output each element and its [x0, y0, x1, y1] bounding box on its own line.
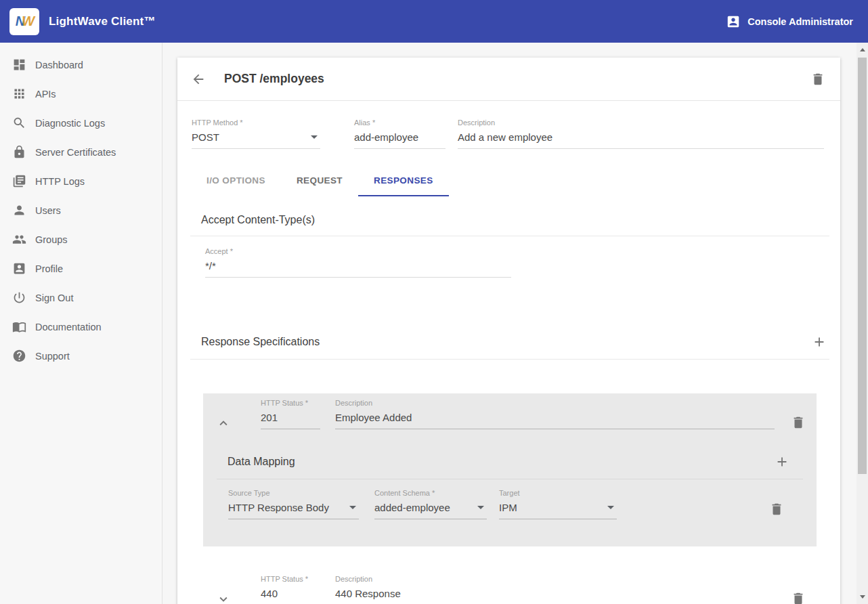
http-status-value: 201 — [261, 412, 278, 423]
sidebar-item-dashboard[interactable]: Dashboard — [0, 50, 162, 79]
endpoint-tabs: I/O OPTIONS REQUEST RESPONSES — [191, 165, 840, 196]
tab-io-options[interactable]: I/O OPTIONS — [191, 165, 281, 196]
sidebar-item-http-logs[interactable]: HTTP Logs — [0, 167, 162, 196]
sidebar-item-profile[interactable]: Profile — [0, 254, 162, 283]
sidebar-item-label: Documentation — [35, 322, 102, 332]
apps-grid-icon — [12, 87, 26, 101]
delete-response-button[interactable] — [791, 590, 806, 604]
trash-icon — [791, 591, 806, 604]
divider — [190, 236, 829, 236]
response-description-input[interactable]: Employee Added — [335, 412, 775, 429]
http-method-field: HTTP Method * POST — [192, 118, 320, 149]
http-status-input[interactable]: 440 — [261, 588, 320, 604]
triangle-down-icon — [860, 595, 865, 599]
vertical-scrollbar[interactable] — [856, 43, 868, 604]
sidebar-item-server-certificates[interactable]: Server Certificates — [0, 137, 162, 167]
account-box-icon — [12, 261, 26, 276]
target-select[interactable]: IPM — [499, 502, 617, 519]
lock-icon — [12, 145, 26, 159]
response-description-field: Description Employee Added — [335, 399, 775, 431]
sidebar-item-users[interactable]: Users — [0, 196, 162, 225]
response-description-input[interactable]: 440 Response — [335, 588, 775, 604]
app-title: LightWave Client™ — [49, 15, 156, 28]
description-value: Add a new employee — [458, 131, 552, 143]
plus-icon — [812, 335, 827, 349]
logo-letter-w: W — [22, 14, 33, 29]
accept-field: Accept * */* — [205, 247, 511, 278]
data-mapping-head: Data Mapping — [203, 431, 817, 479]
add-data-mapping-button[interactable] — [775, 454, 789, 469]
expand-response-button[interactable] — [215, 591, 232, 604]
http-method-label: HTTP Method * — [192, 118, 320, 127]
sidebar-item-documentation[interactable]: Documentation — [0, 312, 162, 341]
http-status-value: 440 — [261, 588, 278, 599]
scroll-up-arrow[interactable] — [856, 44, 868, 56]
triangle-up-icon — [860, 48, 865, 51]
scrollbar-thumb[interactable] — [858, 58, 867, 474]
logs-icon — [12, 174, 26, 188]
card-header: POST /employees — [177, 58, 840, 101]
delete-data-mapping-button[interactable] — [769, 498, 784, 519]
source-type-field: Source Type HTTP Response Body — [228, 489, 359, 519]
response-row: HTTP Status * 201 Description Employee A… — [203, 393, 817, 431]
chevron-down-icon — [477, 506, 484, 509]
sidebar-item-label: Support — [35, 351, 70, 362]
alias-value: add-employee — [354, 131, 418, 143]
spacer — [190, 278, 829, 317]
sidebar-item-apis[interactable]: APIs — [0, 79, 162, 108]
back-button[interactable] — [191, 72, 206, 87]
trash-icon — [791, 415, 806, 430]
sidebar-item-diagnostic-logs[interactable]: Diagnostic Logs — [0, 108, 162, 137]
delete-response-button[interactable] — [791, 414, 806, 431]
sidebar-item-groups[interactable]: Groups — [0, 225, 162, 254]
alias-field: Alias * add-employee — [354, 118, 446, 149]
sidebar-item-label: HTTP Logs — [35, 176, 85, 187]
http-method-value: POST — [192, 131, 219, 143]
chevron-down-icon — [607, 506, 614, 509]
alias-input[interactable]: add-employee — [354, 131, 446, 149]
sidebar-item-support[interactable]: Support — [0, 341, 162, 370]
people-icon — [12, 232, 26, 246]
main-content: POST /employees HTTP Method * POST Alias… — [162, 43, 856, 604]
endpoint-card: POST /employees HTTP Method * POST Alias… — [177, 58, 840, 604]
http-status-input[interactable]: 201 — [261, 412, 320, 429]
user-account-button[interactable]: Console Administrator — [726, 14, 853, 29]
chevron-down-icon — [216, 592, 231, 604]
book-icon — [12, 320, 26, 334]
scroll-down-arrow[interactable] — [856, 591, 868, 603]
page-title: POST /employees — [224, 72, 324, 86]
accept-label: Accept * — [205, 247, 511, 255]
description-input[interactable]: Add a new employee — [458, 131, 824, 149]
divider — [190, 359, 829, 360]
http-method-select[interactable]: POST — [192, 131, 320, 149]
sidebar-item-label: Sign Out — [35, 293, 73, 303]
add-response-button[interactable] — [812, 335, 827, 349]
content-schema-select[interactable]: added-employee — [374, 502, 487, 519]
sidebar: Dashboard APIs Diagnostic Logs Server Ce… — [0, 43, 162, 604]
trash-icon — [810, 72, 825, 87]
response-description-value: Employee Added — [335, 412, 412, 423]
accept-section-title: Accept Content-Type(s) — [201, 214, 315, 226]
http-status-field: HTTP Status * 201 — [261, 399, 320, 431]
source-type-select[interactable]: HTTP Response Body — [228, 502, 359, 519]
alias-label: Alias * — [354, 118, 446, 127]
sidebar-item-sign-out[interactable]: Sign Out — [0, 283, 162, 312]
tab-responses[interactable]: RESPONSES — [358, 165, 449, 196]
delete-endpoint-button[interactable] — [810, 72, 825, 87]
response-description-value: 440 Response — [335, 588, 401, 599]
response-description-label: Description — [335, 399, 775, 407]
response-specs-head: Response Specifications — [190, 317, 829, 359]
chevron-down-icon — [311, 135, 318, 139]
response-row: HTTP Status * 440 Description 440 Respon… — [203, 569, 817, 604]
chevron-up-icon — [216, 416, 231, 431]
tab-request[interactable]: REQUEST — [281, 165, 358, 196]
responses-tab-panel: Accept Content-Type(s) Accept * */* Resp… — [177, 196, 840, 604]
dashboard-icon — [12, 58, 26, 72]
description-label: Description — [458, 118, 824, 127]
collapse-response-button[interactable] — [215, 415, 232, 431]
accept-input[interactable]: */* — [205, 260, 511, 278]
app-bar: NW LightWave Client™ Console Administrat… — [0, 0, 868, 43]
http-status-label: HTTP Status * — [261, 575, 320, 583]
content-schema-value: added-employee — [374, 502, 450, 513]
arrow-back-icon — [191, 72, 206, 87]
